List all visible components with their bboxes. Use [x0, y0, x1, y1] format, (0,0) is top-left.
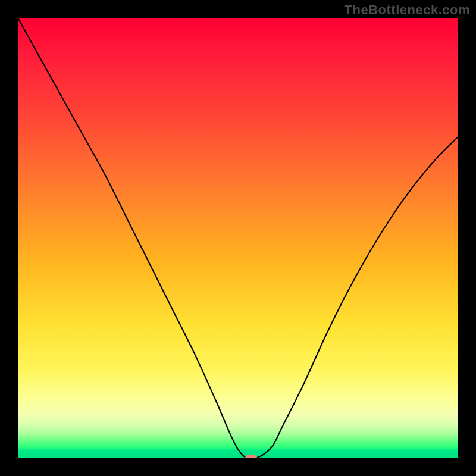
- watermark-label: TheBottleneck.com: [345, 2, 470, 18]
- bottleneck-curve: [18, 18, 458, 458]
- optimal-point-marker: [245, 455, 257, 458]
- plot-area: [18, 18, 458, 458]
- chart-stage: TheBottleneck.com: [0, 0, 476, 476]
